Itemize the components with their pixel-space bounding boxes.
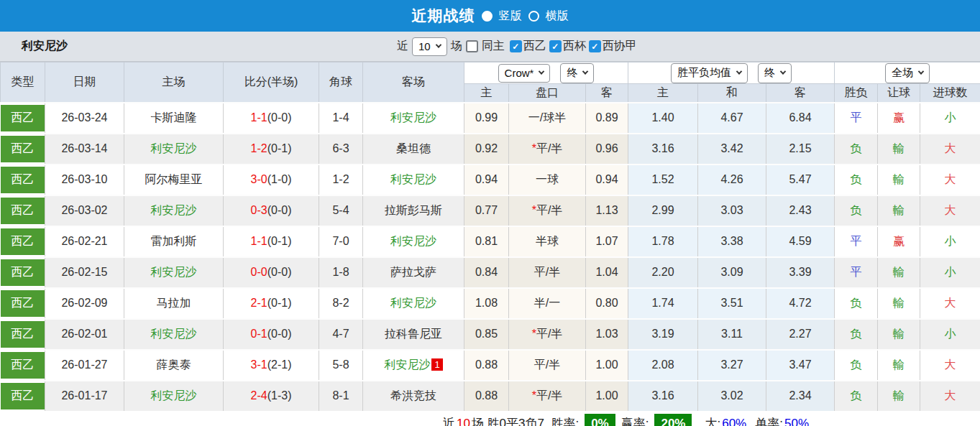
home-odds: 1.08 <box>464 288 509 319</box>
avg-home-odds: 1.78 <box>628 226 698 257</box>
match-date: 26-02-09 <box>45 288 124 319</box>
same-home-checkbox[interactable] <box>466 40 478 52</box>
away-team-cell: 利安尼沙 <box>363 165 464 195</box>
avg-draw-odds: 3.51 <box>698 288 766 319</box>
toolbar: 利安尼沙 近 10 场 同主 西乙西杯西协甲 <box>0 32 980 62</box>
goals-value: 大 <box>945 173 956 185</box>
home-odds: 0.85 <box>464 319 509 350</box>
odds-company-select[interactable]: Crow* <box>498 64 551 83</box>
avg-away-odds: 2.15 <box>766 134 835 165</box>
home-team: 阿尔梅里亚 <box>145 173 203 185</box>
avg-draw-odds: 3.38 <box>698 226 766 257</box>
chevron-down-icon <box>736 68 742 74</box>
recent-count-select[interactable]: 10 <box>412 37 447 56</box>
home-team: 利安尼沙 <box>151 266 197 278</box>
recent-label: 近 <box>397 39 408 54</box>
half-score: (0-0) <box>267 328 292 340</box>
handicap-line: 平/半 <box>534 358 560 371</box>
league-badge: 西乙 <box>1 136 45 162</box>
col-header-home: 主场 <box>124 62 224 103</box>
home-team-cell: 利安尼沙 <box>124 381 224 411</box>
half-score: (0-1) <box>267 142 292 154</box>
result-value: 负 <box>851 204 862 216</box>
avg-draw-odds: 3.09 <box>698 257 766 288</box>
vertical-layout-label: 竖版 <box>499 9 522 24</box>
corners: 8-1 <box>319 381 363 411</box>
goals-value: 大 <box>945 358 956 371</box>
avg-draw-odds: 4.67 <box>698 103 766 134</box>
away-team: 萨拉戈萨 <box>390 266 436 278</box>
avg-draw-odds: 3.42 <box>698 134 766 165</box>
corners: 1-2 <box>319 165 363 195</box>
col-header-type: 类型 <box>1 62 45 103</box>
score-cell: 2-1(0-1) <box>224 288 319 319</box>
vertical-layout-radio[interactable] <box>482 11 493 22</box>
match-date: 26-01-17 <box>45 381 124 411</box>
match-date: 26-02-21 <box>45 226 124 257</box>
filter-label: 西协甲 <box>603 39 637 54</box>
footer-count: 10 <box>457 417 470 426</box>
away-odds: 1.07 <box>586 226 628 257</box>
handicap-cell: *平/半 <box>509 195 586 226</box>
handicap-result-value: 輸 <box>893 328 905 340</box>
odds-time-select[interactable]: 终 <box>560 63 594 83</box>
avg-away-odds: 6.84 <box>766 103 835 134</box>
col-header-odds-home: 主 <box>464 84 509 103</box>
goals-value: 大 <box>945 142 956 154</box>
goals-value: 大 <box>945 389 956 402</box>
avg-draw-odds: 3.03 <box>698 195 766 226</box>
handicap-result-value: 輸 <box>893 204 905 216</box>
avg-time-select[interactable]: 终 <box>758 63 792 83</box>
home-odds: 0.84 <box>464 257 509 288</box>
table-row: 西乙 26-03-02 利安尼沙 0-3(0-0) 5-4 拉斯彭马斯 0.77… <box>1 195 980 226</box>
home-odds: 0.99 <box>464 103 509 134</box>
away-odds: 0.96 <box>586 134 628 165</box>
league-badge: 西乙 <box>1 228 45 255</box>
filter-checkbox[interactable] <box>589 40 601 52</box>
title-bar: 近期战绩 竖版 横版 <box>0 0 980 32</box>
half-score: (0-0) <box>267 266 292 278</box>
home-odds: 0.88 <box>464 350 509 381</box>
handicap-result-value: 輸 <box>893 297 905 309</box>
table-row: 西乙 26-03-10 阿尔梅里亚 3-0(1-0) 1-2 利安尼沙 0.94… <box>1 165 980 195</box>
final-score: 0-0 <box>251 266 267 278</box>
chevron-down-icon <box>435 42 441 47</box>
away-team: 利安尼沙 <box>390 173 436 185</box>
avg-odds-select[interactable]: 胜平负均值 <box>671 63 748 83</box>
team-name: 利安尼沙 <box>22 39 68 54</box>
games-label: 场 <box>451 39 462 54</box>
away-odds: 0.89 <box>586 103 628 134</box>
filter-checkbox[interactable] <box>549 40 562 52</box>
away-team: 桑坦德 <box>396 142 431 154</box>
match-date: 26-03-10 <box>45 165 124 195</box>
league-badge: 西乙 <box>1 198 45 224</box>
home-odds: 0.77 <box>464 195 509 226</box>
horizontal-layout-radio[interactable] <box>528 11 539 22</box>
col-header-date: 日期 <box>45 62 124 103</box>
big-rate: 60% <box>722 417 746 426</box>
home-team-cell: 薛奥泰 <box>124 350 224 381</box>
final-score: 3-0 <box>251 173 267 185</box>
chevron-down-icon <box>582 68 588 74</box>
away-odds: 1.04 <box>586 257 628 288</box>
away-team: 利安尼沙 <box>390 111 436 124</box>
result-value: 平 <box>851 235 862 247</box>
handicap-cell: 平/半 <box>509 257 586 288</box>
corners: 5-4 <box>319 195 363 226</box>
footer-summary: 场,胜0平3负7, 胜率: <box>472 415 579 426</box>
horizontal-layout-label: 横版 <box>546 9 569 24</box>
away-odds: 1.03 <box>586 319 628 350</box>
result-value: 负 <box>851 297 862 309</box>
scope-header: 全场 <box>835 62 980 84</box>
score-cell: 1-2(0-1) <box>224 134 319 165</box>
results-table: 类型 日期 主场 比分(半场) 角球 客场 Crow* 终 胜平负均值 终 全场 <box>0 62 980 411</box>
handicap-line: 平/半 <box>534 266 560 278</box>
final-score: 1-2 <box>251 142 267 154</box>
scope-select[interactable]: 全场 <box>885 63 930 83</box>
home-team-cell: 马拉加 <box>124 288 224 319</box>
home-team-cell: 卡斯迪隆 <box>124 103 224 134</box>
away-team-cell: 利安尼沙 <box>363 226 464 257</box>
handicap-line: 半球 <box>536 235 559 247</box>
half-score: (0-1) <box>267 235 292 247</box>
filter-checkbox[interactable] <box>510 40 522 52</box>
